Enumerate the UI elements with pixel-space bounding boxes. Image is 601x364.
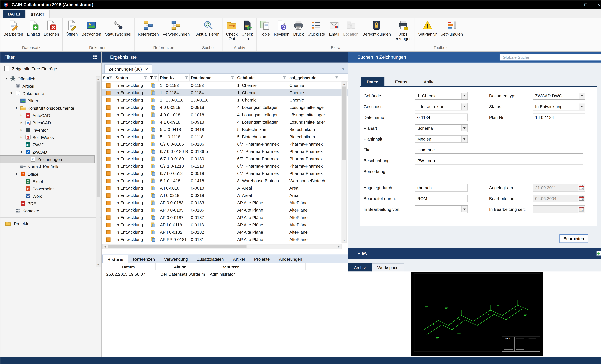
tree-expander-icon[interactable] [4, 77, 8, 80]
filter-icon[interactable] [144, 75, 148, 79]
scroll-down-icon[interactable]: ▼ [96, 263, 100, 267]
table-row[interactable]: In Entwicklung A I 0-0018 0-0018 A Areal… [101, 184, 348, 191]
history-row[interactable]: 25.02.2015 19:56:07 Der Datensatz wurde … [101, 270, 348, 278]
filter-icon[interactable] [231, 75, 234, 79]
ribbon-button[interactable]: SetNumGen [439, 19, 465, 36]
view-tab[interactable]: Workspace [371, 263, 404, 272]
tree-expander-icon[interactable] [14, 172, 19, 176]
sidebar-item-projekte[interactable]: Projekte [0, 219, 101, 228]
filter-icon[interactable] [109, 75, 113, 79]
geschoss-select[interactable]: I Infrastruktur [415, 103, 468, 110]
tree-item[interactable]: Powerpoint [0, 185, 94, 192]
tree-item[interactable]: Inventor [0, 126, 94, 134]
table-row[interactable]: In Entwicklung 6/7 1 0-1218 0-1218 6/7 P… [101, 162, 348, 169]
scroll-left-icon[interactable]: ◀ [103, 245, 108, 249]
bearbeitet-am-input[interactable] [533, 195, 578, 202]
calendar-button[interactable] [578, 195, 585, 202]
table-row[interactable]: In Entwicklung 6/7 0 0-0186-B 0-0186-b 6… [101, 148, 348, 155]
table-row[interactable]: In Entwicklung AP 0 0-0183 0-0183 AP Alt… [101, 199, 348, 206]
ribbon-button[interactable]: Eintrag [25, 19, 42, 36]
tree-expander-icon[interactable] [14, 106, 19, 110]
tab-datei[interactable]: DATEI [3, 10, 25, 18]
tree-item[interactable]: Zeichnungen [0, 156, 94, 163]
form-tab[interactable]: Extras [389, 77, 413, 86]
table-row[interactable]: In Entwicklung 1 I 0-1183 0-1183 1 Chemi… [101, 81, 348, 89]
scrollbar-thumb[interactable] [97, 81, 100, 197]
tree-item[interactable]: BricsCAD [0, 119, 94, 126]
tree-expander-icon[interactable] [19, 150, 24, 154]
view-tab[interactable]: Archiv [348, 263, 371, 272]
tab-zeichnungen[interactable]: Zeichnungen (36) × [104, 65, 152, 73]
results-horizontal-scrollbar[interactable]: ◀ ▶ [102, 244, 342, 249]
table-row[interactable]: In Entwicklung AP 0 0-0187 0-0187 AP Alt… [101, 214, 348, 221]
dateiname-input[interactable] [415, 114, 468, 121]
bearbeiten-button[interactable]: Bearbeiten [559, 234, 588, 243]
column-header-datum[interactable]: Datum [101, 263, 156, 270]
detail-tab[interactable]: Zusatzdateien [192, 255, 228, 263]
table-row[interactable]: In Entwicklung 4 0 0-1018 0-1018 4 Lösun… [101, 111, 348, 118]
scrollbar-thumb[interactable] [108, 245, 246, 248]
tree-item[interactable]: Office [0, 170, 94, 178]
ribbon-button[interactable]: Löschen [42, 19, 61, 36]
calendar-button[interactable] [578, 184, 585, 191]
tree-item[interactable]: PDF [0, 200, 94, 207]
beschreibung-input[interactable] [415, 157, 583, 165]
tab-start[interactable]: START [25, 10, 50, 18]
tab-list-dropdown-icon[interactable]: ▼ [342, 68, 345, 71]
tree-item[interactable]: Norm & Kaufteile [0, 163, 94, 170]
table-row[interactable]: In Entwicklung 1 I 130-0118 130-0118 1 C… [101, 96, 348, 103]
detail-tab[interactable]: Verwendung [160, 255, 192, 263]
show-all-checkbox[interactable] [4, 66, 9, 71]
column-header-ty[interactable]: Ty [149, 74, 159, 81]
table-row[interactable]: In Entwicklung A I 0-0218 0-0218 A Areal… [101, 191, 348, 199]
detail-tab[interactable]: Artikel [228, 255, 250, 263]
form-tab[interactable]: Daten [361, 77, 384, 86]
ribbon-button[interactable]: Check In [240, 19, 255, 41]
column-header-aktion[interactable]: Aktion [156, 263, 205, 270]
detail-tab[interactable]: Referenzen [128, 255, 160, 263]
table-row[interactable]: In Entwicklung 1 I 0-1184 0-1184 1 Chemi… [101, 89, 348, 96]
ribbon-button[interactable]: Öffnen [64, 19, 80, 36]
tree-item[interactable]: AutoCAD [0, 112, 94, 119]
detail-tab[interactable]: Historie [102, 255, 128, 263]
tree-expander-icon[interactable] [19, 136, 24, 139]
ribbon-button[interactable]: Jobs erzeugen [393, 19, 413, 41]
in-bearbeitung-seit-input[interactable] [533, 206, 578, 213]
table-row[interactable]: In Entwicklung 4 0 0-0818 0-0818 4 Lösun… [101, 103, 348, 111]
scroll-up-icon[interactable]: ▲ [96, 77, 100, 81]
table-row[interactable]: In Entwicklung AP PP 0-0181 0-0181 AP Al… [101, 236, 348, 243]
table-row[interactable]: In Entwicklung 5 U 0-0418 0-0418 5 Biote… [101, 126, 348, 133]
tree-expander-icon[interactable] [19, 114, 24, 117]
cad-preview[interactable]: PRO [411, 272, 543, 356]
ribbon-button[interactable]: Verwendungen [161, 19, 192, 36]
results-vertical-scrollbar[interactable]: ▲ ▼ [341, 81, 347, 243]
planart-select[interactable]: Schema [415, 124, 468, 132]
column-header-stat[interactable]: Stat [101, 74, 114, 81]
table-row[interactable]: In Entwicklung 6/7 I 0-0518 0-0518 6/7 P… [101, 169, 348, 177]
filter-icon[interactable] [153, 75, 157, 79]
ribbon-button[interactable]: Check Out [224, 19, 240, 41]
plannr-input[interactable] [533, 114, 585, 121]
tree-item[interactable]: Word [0, 192, 94, 200]
tree-scrollbar[interactable]: ▲ ▼ [96, 76, 100, 267]
tree-expander-icon[interactable] [19, 128, 24, 132]
angelegt-durch-input[interactable] [415, 184, 468, 191]
form-tab[interactable]: Artikel [418, 77, 441, 86]
tree-item[interactable]: SolidWorks [0, 134, 94, 141]
filter-icon[interactable] [335, 75, 339, 79]
detail-tab[interactable]: Änderungen [274, 255, 307, 263]
scrollbar-thumb[interactable] [342, 87, 346, 160]
table-row[interactable]: In Entwicklung AP I 0-0118 0-0118 AP Alt… [101, 221, 348, 228]
ribbon-button[interactable]: Location [341, 19, 361, 36]
close-button[interactable]: × [592, 0, 601, 9]
maximize-button[interactable]: □ [579, 0, 592, 9]
table-row[interactable]: In Entwicklung 6/7 1 0-0180 0-0180 6/7 P… [101, 155, 348, 162]
planinhalt-select[interactable]: Medien [415, 135, 468, 143]
detail-tab[interactable]: Projekte [250, 255, 274, 263]
filter-icon[interactable] [184, 75, 188, 79]
ribbon-button[interactable]: Berechtigungen [361, 19, 393, 36]
angelegt-am-input[interactable] [533, 184, 578, 191]
ribbon-button[interactable]: SetPlanNr [416, 19, 439, 36]
tree-item[interactable]: Dokumente [0, 90, 94, 97]
titel-input[interactable] [415, 146, 583, 154]
